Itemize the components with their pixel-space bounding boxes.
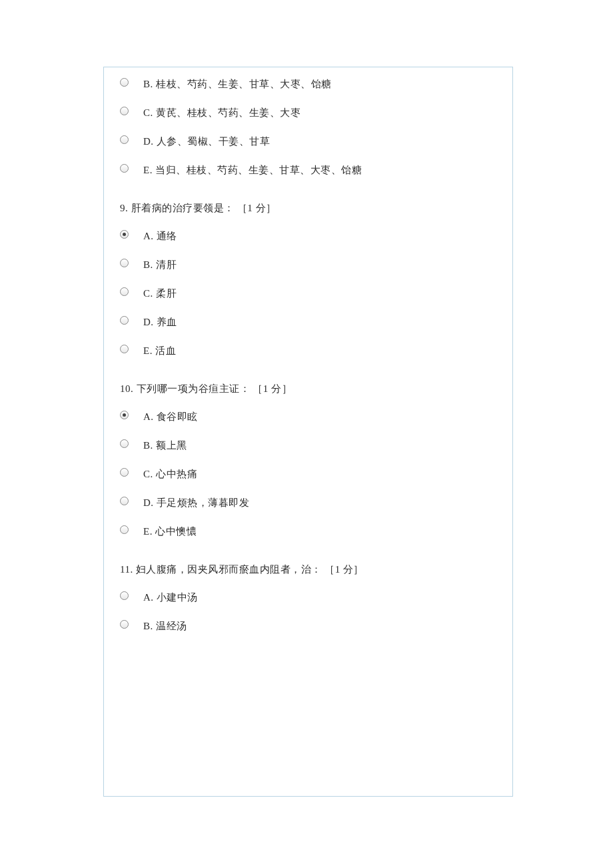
option-text: C. 心中热痛 xyxy=(143,469,197,479)
option-text: B. 额上黑 xyxy=(143,441,187,451)
question-title: 11. 妇人腹痛，因夹风邪而瘀血内阻者，治： ［1 分］ xyxy=(120,563,496,576)
radio-icon[interactable] xyxy=(120,591,129,600)
q9-option-c: C. 柔肝 xyxy=(120,289,496,299)
option-text: C. 黄芪、桂枝、芍药、生姜、大枣 xyxy=(143,108,301,118)
q9-option-a: A. 通络 xyxy=(120,231,496,241)
radio-icon[interactable] xyxy=(120,135,129,144)
radio-icon[interactable] xyxy=(120,164,129,173)
q9-option-e: E. 活血 xyxy=(120,346,496,356)
question-title: 9. 肝着病的治疗要领是： ［1 分］ xyxy=(120,202,496,215)
question-number: 10. xyxy=(120,383,133,394)
quiz-container: B. 桂枝、芍药、生姜、甘草、大枣、饴糖 C. 黄芪、桂枝、芍药、生姜、大枣 D… xyxy=(103,67,513,797)
question-points: ［1 分］ xyxy=(237,203,277,213)
q8-option-d: D. 人参、蜀椒、干姜、甘草 xyxy=(120,137,496,147)
radio-icon[interactable] xyxy=(120,497,129,505)
option-text: C. 柔肝 xyxy=(143,289,177,299)
q11-option-b: B. 温经汤 xyxy=(120,621,496,631)
question-11: 11. 妇人腹痛，因夹风邪而瘀血内阻者，治： ［1 分］ A. 小建中汤 B. … xyxy=(120,563,496,631)
option-text: E. 心中懊憹 xyxy=(143,527,197,537)
radio-icon[interactable] xyxy=(120,468,129,477)
q10-option-d: D. 手足烦热，薄暮即发 xyxy=(120,498,496,508)
radio-icon[interactable] xyxy=(120,78,129,87)
question-text: 肝着病的治疗要领是： xyxy=(131,203,235,213)
q8-option-e: E. 当归、桂枝、芍药、生姜、甘草、大枣、饴糖 xyxy=(120,165,496,175)
q10-option-c: C. 心中热痛 xyxy=(120,469,496,479)
question-text: 妇人腹痛，因夹风邪而瘀血内阻者，治： xyxy=(136,564,322,575)
option-text: E. 活血 xyxy=(143,346,176,356)
option-text: D. 养血 xyxy=(143,317,177,327)
question-9: 9. 肝着病的治疗要领是： ［1 分］ A. 通络 B. 清肝 C. 柔肝 D.… xyxy=(120,202,496,356)
radio-icon[interactable] xyxy=(120,525,129,534)
option-text: A. 通络 xyxy=(143,231,177,241)
question-number: 9. xyxy=(120,203,128,213)
radio-icon[interactable] xyxy=(120,316,129,325)
question-title: 10. 下列哪一项为谷疸主证： ［1 分］ xyxy=(120,383,496,395)
radio-icon[interactable] xyxy=(120,345,129,353)
radio-icon[interactable] xyxy=(120,259,129,267)
q9-option-d: D. 养血 xyxy=(120,317,496,327)
question-10: 10. 下列哪一项为谷疸主证： ［1 分］ A. 食谷即眩 B. 额上黑 C. … xyxy=(120,383,496,537)
q10-option-e: E. 心中懊憹 xyxy=(120,527,496,537)
q10-option-a: A. 食谷即眩 xyxy=(120,412,496,422)
q8-option-b: B. 桂枝、芍药、生姜、甘草、大枣、饴糖 xyxy=(120,79,496,89)
q10-option-b: B. 额上黑 xyxy=(120,441,496,451)
question-points: ［1 分］ xyxy=(324,564,364,575)
question-points: ［1 分］ xyxy=(253,383,292,394)
radio-icon[interactable] xyxy=(120,287,129,296)
option-text: D. 人参、蜀椒、干姜、甘草 xyxy=(143,137,270,147)
option-text: B. 温经汤 xyxy=(143,621,187,631)
radio-icon[interactable] xyxy=(120,439,129,448)
option-text: B. 清肝 xyxy=(143,260,177,270)
option-text: D. 手足烦热，薄暮即发 xyxy=(143,498,249,508)
radio-selected-icon[interactable] xyxy=(120,230,129,239)
option-text: E. 当归、桂枝、芍药、生姜、甘草、大枣、饴糖 xyxy=(143,165,362,175)
question-text: 下列哪一项为谷疸主证： xyxy=(137,383,251,394)
radio-icon[interactable] xyxy=(120,107,129,115)
option-text: A. 小建中汤 xyxy=(143,593,198,603)
q11-option-a: A. 小建中汤 xyxy=(120,593,496,603)
q8-option-c: C. 黄芪、桂枝、芍药、生姜、大枣 xyxy=(120,108,496,118)
question-number: 11. xyxy=(120,564,133,575)
radio-icon[interactable] xyxy=(120,620,129,629)
option-text: A. 食谷即眩 xyxy=(143,412,198,422)
option-text: B. 桂枝、芍药、生姜、甘草、大枣、饴糖 xyxy=(143,79,332,89)
radio-selected-icon[interactable] xyxy=(120,411,129,419)
q9-option-b: B. 清肝 xyxy=(120,260,496,270)
